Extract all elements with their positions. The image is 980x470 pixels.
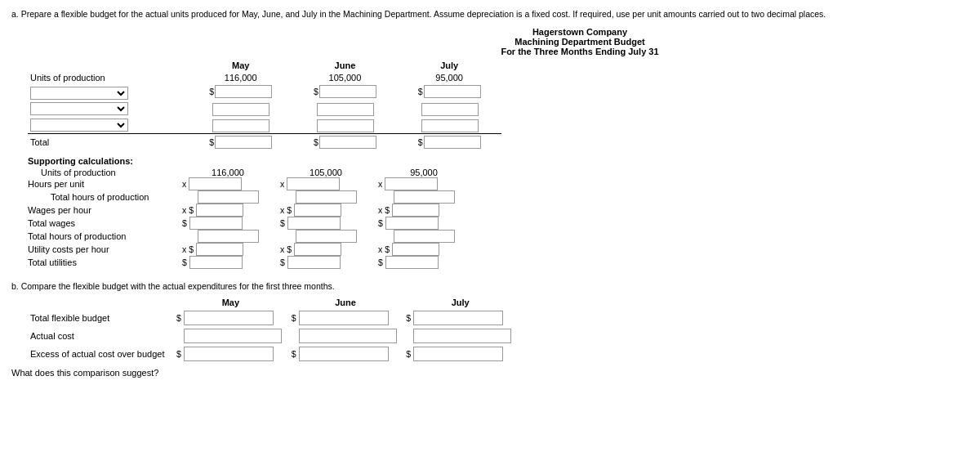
row2-may-input[interactable] [212,103,270,116]
column-headers: May June July [28,60,501,72]
support-july-units: 95,000 [375,168,473,177]
total-hours-july-input[interactable] [394,190,455,204]
utility-june-input[interactable] [294,243,341,256]
actual-may-input[interactable] [184,329,282,343]
utility-july-input[interactable] [392,243,439,256]
hours-per-unit-row: Hours per unit x x x [28,177,473,190]
total-may-input[interactable] [215,136,272,149]
utility-costs-row: Utility costs per hour x $ x $ x $ [28,243,473,256]
units-label: Units of production [28,72,189,83]
row1-dropdown[interactable]: Direct materialsDirect laborFactory over… [30,87,128,100]
may-header: May [189,60,293,72]
total-hours-label: Total hours of production [28,190,179,204]
total-hours2-may-input[interactable] [198,230,259,243]
total-utilities-june-input[interactable] [287,256,341,269]
what-suggest-label: What does this comparison suggest? [11,368,969,378]
row2-july-input[interactable] [421,103,479,116]
total-hours-label2: Total hours of production [28,230,179,243]
excess-row: Excess of actual cost over budget $ $ $ [28,345,518,363]
row1-june-input[interactable] [319,85,376,98]
wages-june-input[interactable] [294,204,341,217]
wages-per-hour-row: Wages per hour x $ x $ x $ [28,204,473,217]
utility-costs-label: Utility costs per hour [28,243,179,256]
part-b-instructions: b. Compare the flexible budget with the … [11,280,969,293]
hours-july-input[interactable] [385,177,438,190]
utility-may-input[interactable] [196,243,243,256]
b-may-header: May [173,296,288,309]
department-budget-title: Machining Department Budget [191,37,969,47]
row1-may-input[interactable] [215,85,272,98]
total-hours-row: Total hours of production [28,190,473,204]
june-units: 105,000 [293,72,398,83]
support-units-label: Units of production [28,168,179,177]
excess-june-input[interactable] [299,347,389,361]
supporting-label: Supporting calculations: [28,156,133,166]
row3-june-input[interactable] [317,119,374,132]
support-may-units: 116,000 [179,168,277,177]
may-units: 116,000 [189,72,293,83]
june-header: June [293,60,398,72]
total-hours-june-input[interactable] [296,190,357,204]
row1-july-input[interactable] [424,85,481,98]
flexible-june-input[interactable] [299,311,389,325]
hours-june-input[interactable] [287,177,340,190]
b-june-header: June [288,296,403,309]
total-utilities-label: Total utilities [28,256,179,269]
row3-dropdown[interactable]: Direct materialsDirect laborFactory over… [30,119,128,132]
row3-may-input[interactable] [212,119,270,132]
row2-dropdown[interactable]: Direct materialsDirect laborFactory over… [30,102,128,115]
total-row: Total $ $ $ [28,133,501,150]
total-flexible-label: Total flexible budget [28,309,173,327]
excess-may-input[interactable] [184,347,274,361]
july-units: 95,000 [397,72,501,83]
actual-july-input[interactable] [413,329,511,343]
actual-cost-row: Actual cost [28,327,518,345]
hours-may-input[interactable] [189,177,242,190]
total-hours-row2: Total hours of production [28,230,473,243]
total-hours-may-input[interactable] [198,190,259,204]
total-label: Total [28,133,189,150]
company-header: Hagerstown Company Machining Department … [191,27,969,56]
hours-label: Hours per unit [28,177,179,190]
flexible-may-input[interactable] [184,311,274,325]
period-title: For the Three Months Ending July 31 [191,47,969,56]
total-june-input[interactable] [319,136,376,149]
units-of-production-row: Units of production 116,000 105,000 95,0… [28,72,501,83]
total-utilities-may-input[interactable] [189,256,243,269]
flexible-july-input[interactable] [413,311,503,325]
variable-row-3: Direct materialsDirect laborFactory over… [28,117,501,134]
actual-june-input[interactable] [299,329,397,343]
variable-row-1: Direct materialsDirect laborFactory over… [28,83,501,101]
wages-may-input[interactable] [196,204,243,217]
total-wages-label: Total wages [28,217,179,230]
variable-row-2: Direct materialsDirect laborFactory over… [28,101,501,117]
company-name: Hagerstown Company [191,27,969,37]
excess-july-input[interactable] [413,347,503,361]
total-utilities-row: Total utilities $ $ $ [28,256,473,269]
total-hours2-july-input[interactable] [394,230,455,243]
actual-cost-label: Actual cost [28,327,173,345]
july-header: July [397,60,501,72]
total-hours2-june-input[interactable] [296,230,357,243]
wages-july-input[interactable] [392,204,439,217]
total-wages-july-input[interactable] [385,217,439,230]
row3-july-input[interactable] [421,119,479,132]
total-wages-row: Total wages $ $ $ [28,217,473,230]
excess-label: Excess of actual cost over budget [28,345,173,363]
instructions: a. Prepare a flexible budget for the act… [11,8,969,20]
total-july-input[interactable] [424,136,481,149]
total-wages-june-input[interactable] [287,217,341,230]
wages-label: Wages per hour [28,204,179,217]
support-june-units: 105,000 [277,168,375,177]
part-b-headers: May June July [28,296,518,309]
row2-june-input[interactable] [317,103,374,116]
total-utilities-july-input[interactable] [385,256,439,269]
total-flexible-budget-row: Total flexible budget $ $ $ [28,309,518,327]
support-units-row: Units of production 116,000 105,000 95,0… [28,168,473,177]
total-wages-may-input[interactable] [189,217,243,230]
b-july-header: July [403,296,518,309]
